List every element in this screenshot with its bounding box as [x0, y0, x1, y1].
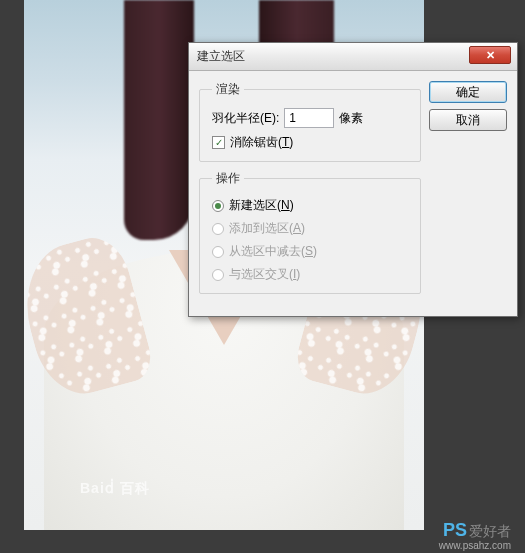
brand-suffix: 爱好者 [469, 523, 511, 539]
op-add-row: 添加到选区(A) [212, 220, 410, 237]
op-intersect-row: 与选区交叉(I) [212, 266, 410, 283]
op-new-label: 新建选区(N) [229, 197, 294, 214]
op-add-label: 添加到选区(A) [229, 220, 305, 237]
close-icon: ✕ [486, 49, 495, 62]
radio-add-selection [212, 223, 224, 235]
radio-new-selection[interactable] [212, 200, 224, 212]
watermark-url: www.psahz.com [439, 540, 511, 551]
dialog-right-column: 确定 取消 [429, 81, 507, 302]
operation-legend: 操作 [212, 170, 244, 187]
check-icon: ✓ [215, 137, 223, 148]
watermark-baidu: Baiḋ 百科 [80, 480, 150, 498]
feather-label: 羽化半径(E): [212, 110, 279, 127]
cancel-button[interactable]: 取消 [429, 109, 507, 131]
antialias-label: 消除锯齿(T) [230, 134, 293, 151]
dialog-titlebar[interactable]: 建立选区 ✕ [189, 43, 517, 71]
render-legend: 渲染 [212, 81, 244, 98]
op-intersect-label: 与选区交叉(I) [229, 266, 300, 283]
radio-subtract-selection [212, 246, 224, 258]
brand-text: PS [443, 520, 467, 540]
operation-fieldset: 操作 新建选区(N) 添加到选区(A) 从选区中减去(S) 与选区交叉(I) [199, 170, 421, 294]
render-fieldset: 渲染 羽化半径(E): 像素 ✓ 消除锯齿(T) [199, 81, 421, 162]
antialias-checkbox[interactable]: ✓ [212, 136, 225, 149]
watermark-brand: PS爱好者 [443, 520, 511, 541]
close-button[interactable]: ✕ [469, 46, 511, 64]
op-new-row[interactable]: 新建选区(N) [212, 197, 410, 214]
feather-radius-input[interactable] [284, 108, 334, 128]
dialog-left-column: 渲染 羽化半径(E): 像素 ✓ 消除锯齿(T) 操作 [199, 81, 421, 302]
op-subtract-row: 从选区中减去(S) [212, 243, 410, 260]
ok-button[interactable]: 确定 [429, 81, 507, 103]
make-selection-dialog: 建立选区 ✕ 渲染 羽化半径(E): 像素 ✓ 消除锯齿(T) [188, 42, 518, 317]
dialog-title: 建立选区 [197, 48, 245, 65]
antialias-row: ✓ 消除锯齿(T) [212, 134, 410, 151]
dialog-body: 渲染 羽化半径(E): 像素 ✓ 消除锯齿(T) 操作 [189, 71, 517, 316]
feather-unit: 像素 [339, 110, 363, 127]
radio-intersect-selection [212, 269, 224, 281]
op-subtract-label: 从选区中减去(S) [229, 243, 317, 260]
feather-row: 羽化半径(E): 像素 [212, 108, 410, 128]
